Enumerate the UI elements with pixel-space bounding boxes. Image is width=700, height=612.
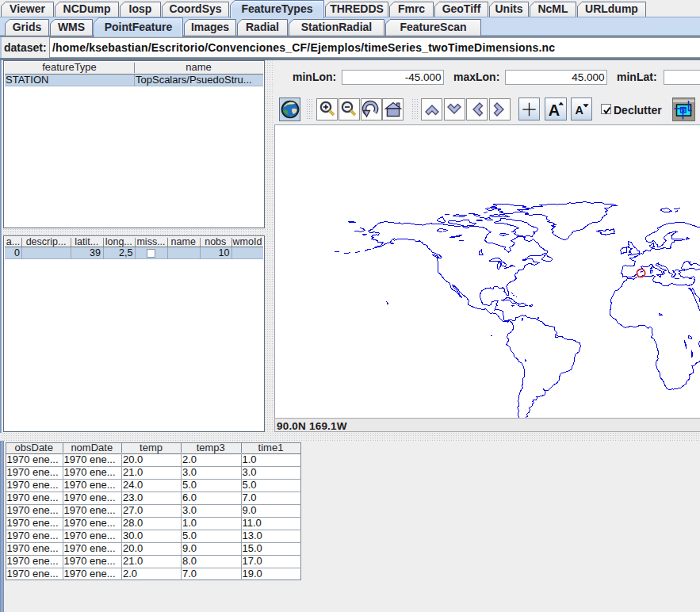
svg-text:Grids: Grids (13, 21, 42, 33)
svg-text:Viewer: Viewer (10, 2, 45, 15)
svg-text:A: A (575, 104, 583, 117)
svg-text:Iosp: Iosp (129, 2, 152, 15)
svg-text:Fmrc: Fmrc (398, 2, 425, 15)
svg-text:CoordSys: CoordSys (169, 2, 221, 15)
svg-text:URLdump: URLdump (585, 2, 638, 15)
svg-text:Radial: Radial (246, 21, 279, 33)
svg-text:NcML: NcML (537, 2, 568, 15)
svg-text:Units: Units (495, 2, 523, 15)
svg-text:FeatureScan: FeatureScan (400, 21, 466, 33)
svg-text:Images: Images (191, 21, 229, 33)
svg-text:WMS: WMS (58, 21, 85, 33)
svg-text:NCDump: NCDump (63, 2, 111, 15)
svg-text:StationRadial: StationRadial (301, 21, 372, 33)
svg-text:FeatureTypes: FeatureTypes (242, 2, 313, 15)
svg-text:THREDDS: THREDDS (330, 2, 384, 15)
svg-text:s: s (682, 106, 685, 113)
svg-text:A: A (549, 101, 560, 119)
svg-text:PointFeature: PointFeature (105, 21, 173, 33)
svg-text:GeoTiff: GeoTiff (442, 2, 481, 15)
